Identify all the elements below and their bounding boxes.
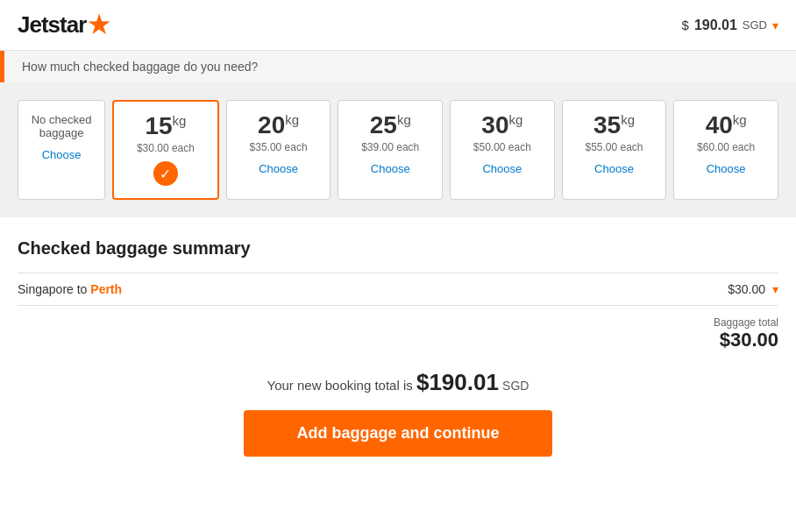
baggage-option-20kg[interactable]: 20kg $35.00 each Choose (226, 100, 331, 200)
15kg-label: 15kg (123, 114, 209, 138)
baggage-option-35kg[interactable]: 35kg $55.00 each Choose (562, 100, 667, 200)
logo-text: Jetstar (18, 11, 86, 39)
35kg-choose-link[interactable]: Choose (572, 162, 657, 175)
25kg-price: $39.00 each (347, 141, 433, 153)
booking-total-amount: $190.01 (416, 369, 499, 395)
40kg-unit: kg (733, 112, 747, 127)
15kg-price: $30.00 each (123, 142, 209, 154)
header-price[interactable]: $190.01 SGD ▾ (682, 18, 778, 33)
baggage-option-15kg[interactable]: 15kg $30.00 each ✓ (112, 100, 219, 200)
20kg-label: 20kg (236, 113, 322, 138)
40kg-choose-link[interactable]: Choose (683, 162, 769, 175)
route-destination: Perth (90, 282, 122, 296)
40kg-price: $60.00 each (683, 141, 769, 153)
baggage-options-section: No checked baggage Choose 15kg $30.00 ea… (0, 82, 796, 217)
baggage-question-text: How much checked baggage do you need? (22, 60, 258, 74)
logo: Jetstar★ (18, 11, 109, 39)
baggage-option-40kg[interactable]: 40kg $60.00 each Choose (673, 100, 778, 200)
route-price[interactable]: $30.00 ▾ (728, 282, 778, 296)
baggage-option-25kg[interactable]: 25kg $39.00 each Choose (338, 100, 443, 200)
logo-star: ★ (88, 11, 109, 39)
20kg-choose-link[interactable]: Choose (236, 162, 322, 175)
baggage-question-banner: How much checked baggage do you need? (0, 51, 796, 82)
35kg-unit: kg (621, 112, 635, 127)
route-row: Singapore to Perth $30.00 ▾ (18, 273, 778, 306)
chevron-down-icon: ▾ (772, 18, 778, 32)
baggage-option-30kg[interactable]: 30kg $50.00 each Choose (450, 100, 555, 200)
price-dollar: $ (682, 18, 689, 32)
route-price-amount: $30.00 (728, 282, 765, 296)
25kg-choose-link[interactable]: Choose (347, 162, 433, 175)
baggage-option-no-baggage[interactable]: No checked baggage Choose (18, 100, 105, 200)
40kg-label: 40kg (683, 113, 769, 138)
20kg-price: $35.00 each (236, 141, 322, 153)
30kg-price: $50.00 each (459, 141, 545, 153)
20kg-unit: kg (285, 112, 299, 127)
no-baggage-label: No checked baggage (27, 113, 96, 139)
price-amount: 190.01 (694, 18, 737, 33)
30kg-unit: kg (509, 112, 523, 127)
35kg-price: $55.00 each (572, 141, 657, 153)
25kg-unit: kg (397, 112, 411, 127)
15kg-unit: kg (173, 113, 187, 128)
summary-section: Checked baggage summary Singapore to Per… (0, 217, 796, 410)
25kg-label: 25kg (347, 113, 433, 138)
route-text: Singapore to Perth (18, 282, 122, 296)
route-from: Singapore (18, 282, 74, 296)
baggage-total-amount: $30.00 (720, 329, 778, 351)
price-currency: SGD (743, 18, 767, 32)
booking-total: Your new booking total is $190.01 SGD (18, 351, 778, 410)
header: Jetstar★ $190.01 SGD ▾ (0, 0, 796, 51)
booking-total-currency: SGD (502, 379, 529, 393)
route-chevron-icon: ▾ (772, 282, 778, 296)
booking-total-prefix: Your new booking total is (267, 378, 413, 393)
30kg-choose-link[interactable]: Choose (459, 162, 545, 175)
30kg-label: 30kg (459, 113, 545, 138)
add-baggage-continue-button[interactable]: Add baggage and continue (244, 410, 551, 457)
baggage-total-label: Baggage total (714, 316, 778, 329)
baggage-options-list: No checked baggage Choose 15kg $30.00 ea… (18, 100, 778, 200)
summary-title: Checked baggage summary (18, 238, 778, 259)
selected-check-icon: ✓ (153, 161, 178, 186)
route-to: to (77, 282, 88, 296)
35kg-label: 35kg (572, 113, 657, 138)
no-baggage-choose-link[interactable]: Choose (27, 148, 96, 161)
baggage-total-row: Baggage total $30.00 (18, 306, 778, 351)
cta-row: Add baggage and continue (0, 410, 796, 483)
